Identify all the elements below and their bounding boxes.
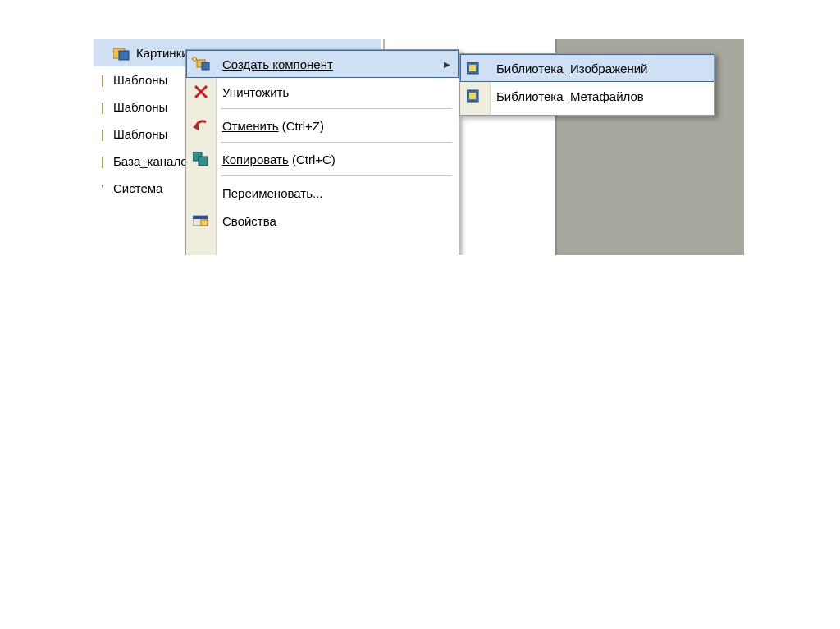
blank-icon [191, 183, 211, 203]
app-region: Картинки | Шаблоны | Шаблоны | Шаблоны |… [94, 39, 744, 255]
svg-rect-4 [202, 62, 209, 70]
submenu-item-label: Библиотека_Метафайлов [496, 89, 644, 103]
submenu-arrow-icon: ▶ [444, 60, 450, 69]
svg-marker-2 [192, 57, 197, 62]
library-images-icon [465, 58, 485, 78]
svg-rect-9 [199, 157, 208, 166]
context-submenu: Библиотека_Изображений Библиотека_Метафа… [459, 53, 715, 116]
tree-expand-mark: | [98, 100, 107, 114]
menu-separator [221, 108, 452, 109]
menu-item-label: Отменить (Ctrl+Z) [222, 119, 324, 133]
tree-item-label: База_каналов [113, 154, 194, 168]
menu-item-create-component[interactable]: Создать компонент ▶ [186, 50, 459, 78]
menu-item-label: Переименовать... [222, 186, 322, 200]
tree-expand-mark: ' [98, 181, 107, 195]
menu-item-destroy[interactable]: Уничтожить [186, 78, 459, 106]
menu-item-label: Создать компонент [222, 57, 333, 71]
menu-item-label: Свойства [222, 214, 276, 228]
menu-item-rename[interactable]: Переименовать... [186, 179, 459, 207]
tree-item-label: Шаблоны [113, 73, 167, 87]
new-component-icon [191, 54, 211, 74]
library-metafiles-icon [465, 86, 485, 106]
context-menu: Создать компонент ▶ Уничтожить [185, 49, 459, 255]
svg-rect-12 [201, 220, 208, 226]
submenu-item-image-library[interactable]: Библиотека_Изображений [460, 54, 714, 82]
tree-item-label: Система [113, 181, 162, 195]
menu-item-undo[interactable]: Отменить (Ctrl+Z) [186, 112, 459, 139]
tree-item-label: Шаблоны [113, 100, 167, 114]
menu-separator [221, 175, 452, 176]
submenu-item-metafile-library[interactable]: Библиотека_Метафайлов [460, 82, 714, 110]
tree-expand-mark: | [98, 127, 107, 141]
tree-expand-mark: | [98, 154, 107, 168]
copy-icon [191, 149, 211, 169]
delete-icon [191, 82, 211, 102]
tree-expand-mark: | [98, 73, 107, 87]
svg-rect-11 [193, 216, 208, 219]
menu-item-properties[interactable]: Свойства [186, 207, 459, 235]
folder-pictures-icon [113, 45, 130, 62]
svg-rect-16 [469, 93, 476, 99]
submenu-item-label: Библиотека_Изображений [496, 62, 647, 75]
tree-item-label: Картинки [136, 46, 189, 60]
properties-icon [191, 211, 211, 230]
svg-rect-14 [469, 65, 476, 71]
menu-item-label: Копировать (Ctrl+C) [222, 153, 336, 166]
menu-item-label: Уничтожить [222, 85, 289, 99]
undo-icon [191, 116, 211, 135]
menu-item-copy[interactable]: Копировать (Ctrl+C) [186, 145, 459, 173]
menu-separator [221, 142, 452, 143]
tree-item-label: Шаблоны [113, 127, 167, 141]
svg-rect-1 [119, 51, 129, 60]
